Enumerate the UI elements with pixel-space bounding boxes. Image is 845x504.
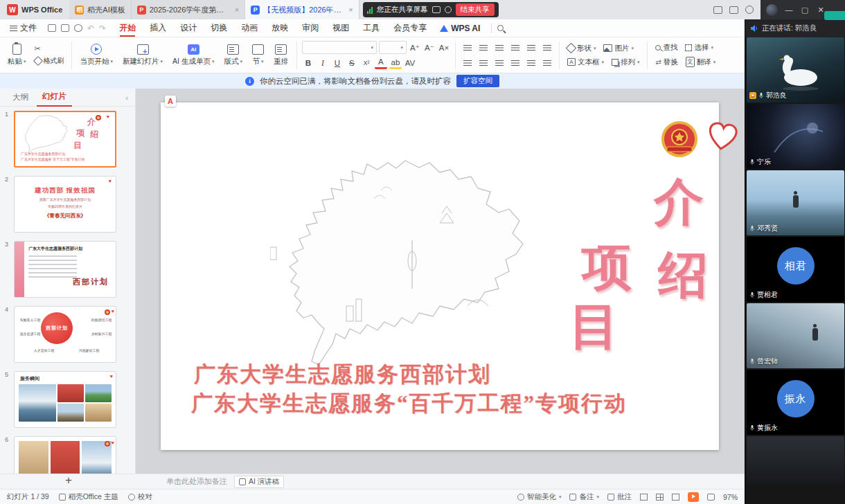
add-slide-button[interactable]: + — [60, 474, 78, 487]
sync-status-icon[interactable] — [713, 6, 722, 14]
new-slide-button[interactable]: 新建幻灯片▾ — [119, 43, 166, 68]
zoom-level[interactable]: 97% — [723, 493, 738, 501]
slide-sorter-view-icon[interactable] — [656, 494, 664, 501]
textbox-button[interactable]: A文本框▾ — [564, 57, 607, 68]
bullet-list-icon[interactable] — [461, 42, 474, 54]
window-layout-icon[interactable] — [729, 6, 738, 14]
participant-tile[interactable]: 相君 贾相君 — [747, 237, 844, 302]
theme-button[interactable]: 稻壳Office 主题 — [59, 492, 118, 502]
justify-icon[interactable] — [508, 57, 522, 69]
ai-generate-slide-button[interactable]: AI AI 生成单页▾ — [169, 43, 217, 68]
maximize-icon[interactable]: ▢ — [800, 6, 810, 15]
menu-design[interactable]: 设计 — [174, 19, 203, 37]
translate-button[interactable]: 文翻译▾ — [683, 56, 719, 68]
skin-settings-icon[interactable] — [745, 6, 754, 14]
participant-tile[interactable]: ★ 郭浩良 — [747, 37, 844, 102]
select-button[interactable]: 选择▾ — [682, 42, 716, 53]
wps-ai-floating-icon[interactable]: A — [165, 96, 176, 107]
menu-view[interactable]: 视图 — [326, 19, 355, 37]
participant-tile[interactable]: 邓秀贤 — [747, 170, 844, 235]
tab-outline[interactable]: 大纲 — [7, 89, 34, 106]
fullscreen-icon[interactable] — [707, 494, 715, 501]
strikethrough-icon[interactable]: S — [346, 57, 358, 69]
notes-placeholder[interactable]: 单击此处添加备注 — [166, 476, 227, 487]
tab-slides[interactable]: 幻灯片 — [37, 88, 72, 107]
notes-toggle-button[interactable]: 备注▾ — [569, 492, 599, 502]
smart-beautify-button[interactable]: 智能美化▾ — [517, 492, 562, 502]
decrease-indent-icon[interactable] — [492, 42, 506, 54]
italic-icon[interactable]: I — [317, 57, 329, 69]
slideshow-play-button[interactable] — [688, 492, 699, 502]
share-window-icon[interactable] — [432, 6, 441, 13]
bold-icon[interactable]: B — [302, 57, 314, 69]
menu-member[interactable]: 会员专享 — [387, 19, 433, 37]
slide-thumbnail-4[interactable]: 西部计划 实施育人工程 民族团结工程 就业促进工程 乡村振兴工程 人才流动工程 … — [14, 306, 116, 363]
section-button[interactable]: 节▾ — [249, 43, 267, 68]
clear-format-icon[interactable]: A× — [438, 42, 450, 54]
menu-wps-ai[interactable]: WPS AI — [434, 24, 486, 33]
meeting-action-button-fragment[interactable] — [824, 11, 845, 20]
reading-view-icon[interactable] — [672, 494, 679, 501]
replace-button[interactable]: ⇄替换 — [652, 57, 680, 68]
share-camera-icon[interactable] — [445, 6, 452, 13]
wps-home-button[interactable]: W WPS Office — [0, 0, 69, 19]
slide-thumbnail-1[interactable]: 介 项 绍 目 ♥ 广东大学生志愿服务西部计划 广东大学生志愿服务“百千万工程”… — [14, 111, 116, 168]
participant-tile[interactable] — [747, 436, 844, 485]
rearrange-button[interactable]: 重排 — [270, 43, 292, 68]
proofing-button[interactable]: 校对 — [128, 492, 152, 502]
end-share-button[interactable]: 结束共享 — [456, 3, 495, 16]
shapes-button[interactable]: 形状▾ — [564, 43, 599, 54]
align-left-icon[interactable] — [461, 57, 474, 69]
file-menu[interactable]: 文件 — [6, 22, 41, 34]
save-icon[interactable] — [48, 24, 56, 32]
search-icon[interactable] — [497, 25, 504, 31]
picture-button[interactable]: 图片▾ — [601, 43, 637, 54]
undo-icon[interactable]: ↶ — [87, 24, 94, 33]
distribute-icon[interactable] — [524, 57, 538, 69]
normal-view-icon[interactable] — [640, 494, 648, 501]
current-slide[interactable]: 介 项 绍 目 广东大学生志愿服务西部计划 广东大学生志愿服务“百千万工程”专项… — [161, 102, 719, 450]
font-family-select[interactable]: ▾ — [302, 41, 377, 54]
font-color-icon[interactable]: A — [375, 57, 387, 69]
participant-tile[interactable]: 振永 黄振永 — [747, 370, 844, 435]
participant-tile[interactable]: 曾宏铈 — [747, 303, 844, 368]
cut-button[interactable]: ✂ — [33, 44, 43, 54]
format-painter-button[interactable]: 格式刷 — [33, 55, 66, 66]
align-right-icon[interactable] — [492, 57, 506, 69]
line-spacing-icon[interactable] — [540, 57, 554, 69]
menu-insert[interactable]: 插入 — [143, 19, 172, 37]
tab-document-1[interactable]: P 2025-2026学年度第二学期智能… × — [132, 0, 245, 19]
menu-transition[interactable]: 切换 — [204, 19, 233, 37]
slide-thumbnail-2[interactable]: 建功西部 报效祖国 观看广东大学生志愿服务西部计划 实施20周年系列纪录片 《青… — [14, 176, 116, 233]
increase-indent-icon[interactable] — [508, 42, 522, 54]
paste-button[interactable]: 粘贴▾ — [4, 42, 30, 68]
expand-storage-button[interactable]: 扩容空间 — [456, 75, 499, 87]
play-from-current-button[interactable]: 当页开始▾ — [77, 42, 117, 68]
participant-tile[interactable]: 宁乐 — [747, 104, 844, 169]
menu-home[interactable]: 开始 — [113, 19, 142, 37]
character-spacing-icon[interactable]: AV — [404, 57, 416, 69]
tab-document-2-active[interactable]: P 【无视频版】2026年度西部… × — [245, 0, 359, 19]
arrange-button[interactable]: 排列▾ — [609, 57, 643, 68]
redo-icon[interactable]: ↷ — [99, 24, 106, 33]
superscript-icon[interactable]: X² — [360, 57, 373, 69]
ai-speech-button[interactable]: AI 演讲稿 — [234, 476, 284, 488]
tab-docer-template[interactable]: 稻 稻壳AI模板 — [69, 0, 131, 19]
numbered-list-icon[interactable] — [477, 42, 490, 54]
align-center-icon[interactable] — [477, 57, 490, 69]
menu-tools[interactable]: 工具 — [357, 19, 386, 37]
collapse-panel-icon[interactable]: ‹ — [125, 93, 128, 102]
slide-thumbnail-3[interactable]: 广东大学生志愿服务西部计划 西部计划 — [14, 241, 116, 298]
slide-thumbnail-6[interactable]: ♥ — [14, 436, 116, 474]
text-direction-icon[interactable] — [524, 42, 538, 54]
comments-button[interactable]: 批注 — [607, 492, 632, 502]
menu-animation[interactable]: 动画 — [235, 19, 264, 37]
increase-font-icon[interactable]: A⁺ — [409, 42, 421, 54]
close-tab-icon[interactable]: × — [348, 6, 353, 14]
preview-icon[interactable] — [74, 24, 82, 32]
font-size-select[interactable]: ▾ — [379, 41, 407, 54]
slide-thumbnail-5[interactable]: 服务瞬间 ♥ — [14, 371, 116, 428]
editing-canvas[interactable]: A — [136, 89, 745, 474]
user-avatar[interactable] — [766, 4, 778, 16]
underline-icon[interactable]: U — [331, 57, 344, 69]
